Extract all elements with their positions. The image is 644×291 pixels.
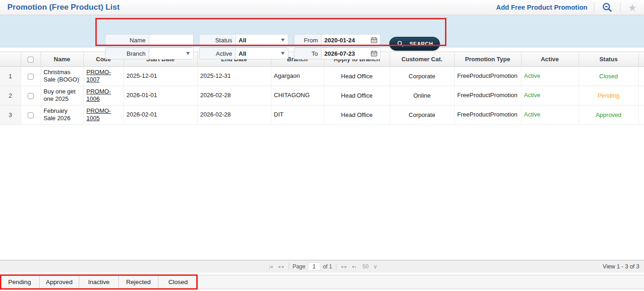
- cell-apply-to-branch: Head Office: [324, 66, 390, 86]
- from-date-value[interactable]: 2020-01-24: [322, 37, 371, 44]
- column-header-filler: [638, 52, 644, 66]
- row-check-cell: [21, 86, 41, 105]
- search-button[interactable]: SEARCH: [389, 37, 440, 51]
- from-date-label: From: [294, 35, 321, 46]
- chevron-down-icon: [281, 39, 285, 41]
- cell-branch: DIT: [271, 105, 324, 124]
- table-row[interactable]: 1Christmas Sale (BOGO)PROMO-10072025-12-…: [0, 66, 644, 86]
- promotion-table: NameCodeStart DateEnd DateBranchApply to…: [0, 52, 644, 125]
- cell-code: PROMO-1005: [83, 105, 123, 124]
- footer-tabs: PendingApprovedInactiveRejectedClosed: [0, 275, 644, 289]
- divider: [336, 263, 336, 270]
- column-header-status[interactable]: Status: [579, 52, 638, 66]
- cell-status: Pending: [579, 86, 638, 105]
- page-number-input[interactable]: [308, 262, 320, 271]
- footer-tab-closed[interactable]: Closed: [158, 275, 198, 289]
- cell-end-date: 2026-02-28: [197, 105, 271, 124]
- cell-promotion-type: FreeProductPromotion: [454, 105, 521, 124]
- name-filter-label: Name: [105, 35, 149, 46]
- active-filter-select[interactable]: All: [235, 48, 288, 59]
- promotion-grid: NameCodeStart DateEnd DateBranchApply to…: [0, 52, 644, 260]
- status-filter-select[interactable]: All: [235, 35, 288, 46]
- row-checkbox[interactable]: [28, 112, 34, 118]
- cell-start-date: 2025-12-01: [123, 66, 197, 86]
- cell-start-date: 2026-01-01: [123, 86, 197, 105]
- table-body: 1Christmas Sale (BOGO)PROMO-10072025-12-…: [0, 66, 644, 124]
- next-page-button[interactable]: ►►: [339, 265, 350, 269]
- add-free-product-promotion-button[interactable]: Add Free Product Promotion: [490, 4, 594, 11]
- column-header-customer[interactable]: Customer Cat.: [390, 52, 454, 66]
- cell-active: Active: [521, 105, 579, 124]
- filter-bar: Name Status All From 2020-01-24: [0, 15, 644, 47]
- active-filter-value: All: [236, 50, 281, 57]
- cell-customer-cat: Corporate: [390, 105, 454, 124]
- page-label: Page: [293, 263, 305, 270]
- footer-tab-approved[interactable]: Approved: [40, 275, 79, 289]
- calendar-icon[interactable]: [371, 50, 377, 57]
- previous-page-button[interactable]: ◄◄: [275, 265, 286, 269]
- name-filter-input[interactable]: [149, 35, 193, 46]
- row-check-cell: [21, 105, 41, 124]
- cell-status: Approved: [579, 105, 638, 124]
- column-header-type[interactable]: Promotion Type: [454, 52, 521, 66]
- cell-start-date: 2026-02-01: [123, 105, 197, 124]
- top-bar-actions: Add Free Product Promotion ★: [490, 0, 644, 15]
- spacer: [0, 289, 644, 291]
- branch-filter-select[interactable]: [149, 48, 193, 59]
- cell-code: PROMO-1007: [83, 66, 123, 86]
- chevron-down-icon: ∨: [373, 263, 377, 270]
- page-title: Promotion (Free Product) List: [0, 3, 120, 12]
- promo-code-link[interactable]: PROMO-1007: [87, 69, 111, 83]
- chevron-down-icon: [281, 52, 285, 55]
- divider: [288, 263, 289, 270]
- first-page-button[interactable]: |◄: [267, 265, 275, 269]
- promo-code-link[interactable]: PROMO-1005: [87, 107, 111, 122]
- to-date-label: To: [294, 48, 321, 59]
- footer-tab-pending[interactable]: Pending: [0, 275, 40, 289]
- cell-end-date: 2026-02-28: [197, 86, 271, 105]
- zoom-out-icon: [602, 2, 613, 13]
- promotion-list-page: Promotion (Free Product) List Add Free P…: [0, 0, 644, 291]
- row-checkbox[interactable]: [28, 93, 34, 99]
- cell-status: Closed: [579, 66, 638, 86]
- select-all-checkbox[interactable]: [28, 57, 34, 63]
- row-number: 2: [0, 86, 21, 105]
- table-row[interactable]: 2Buy one get one 2025PROMO-10062026-01-0…: [0, 86, 644, 105]
- cell-code: PROMO-1006: [83, 86, 123, 105]
- cell-active: Active: [521, 86, 579, 105]
- status-filter-field: Status All: [199, 34, 288, 46]
- footer-tab-rejected[interactable]: Rejected: [119, 275, 158, 289]
- column-header-name[interactable]: Name: [41, 52, 83, 66]
- column-header-check: [21, 52, 41, 66]
- to-date-value[interactable]: 2026-07-23: [322, 50, 371, 57]
- footer-tab-inactive[interactable]: Inactive: [79, 275, 119, 289]
- row-number: 1: [0, 66, 21, 86]
- cell-branch: Agargaon: [271, 66, 324, 86]
- column-header-active[interactable]: Active: [521, 52, 579, 66]
- branch-filter-field: Branch: [105, 47, 193, 59]
- table-row[interactable]: 3February Sale 2026PROMO-10052026-02-012…: [0, 105, 644, 124]
- last-page-button[interactable]: ►|: [350, 265, 358, 269]
- star-icon: ★: [628, 3, 637, 12]
- filter-grid: Name Status All From 2020-01-24: [105, 34, 381, 59]
- cell-promotion-type: FreeProductPromotion: [454, 66, 521, 86]
- cell-apply-to-branch: Head Office: [324, 105, 390, 124]
- cell-active: Active: [521, 66, 579, 86]
- cell-branch: CHITAGONG: [271, 86, 324, 105]
- status-filter-value: All: [236, 37, 281, 44]
- page-size-select[interactable]: 50 ∨: [363, 263, 377, 270]
- favorite-button[interactable]: ★: [621, 3, 644, 12]
- row-checkbox[interactable]: [28, 74, 34, 80]
- search-icon: [397, 41, 404, 47]
- cell-end-date: 2025-12-31: [197, 66, 271, 86]
- active-filter-field: Active All: [199, 47, 288, 59]
- cell-name: Christmas Sale (BOGO): [41, 66, 83, 86]
- cell-customer-cat: Corporate: [390, 66, 454, 86]
- active-filter-label: Active: [199, 48, 235, 59]
- promo-code-link[interactable]: PROMO-1006: [87, 88, 111, 102]
- cell-name: Buy one get one 2025: [41, 86, 83, 105]
- column-header-num: [0, 52, 21, 66]
- calendar-icon[interactable]: [371, 37, 377, 43]
- zoom-out-button[interactable]: [594, 2, 620, 13]
- page-size-value: 50: [363, 263, 369, 270]
